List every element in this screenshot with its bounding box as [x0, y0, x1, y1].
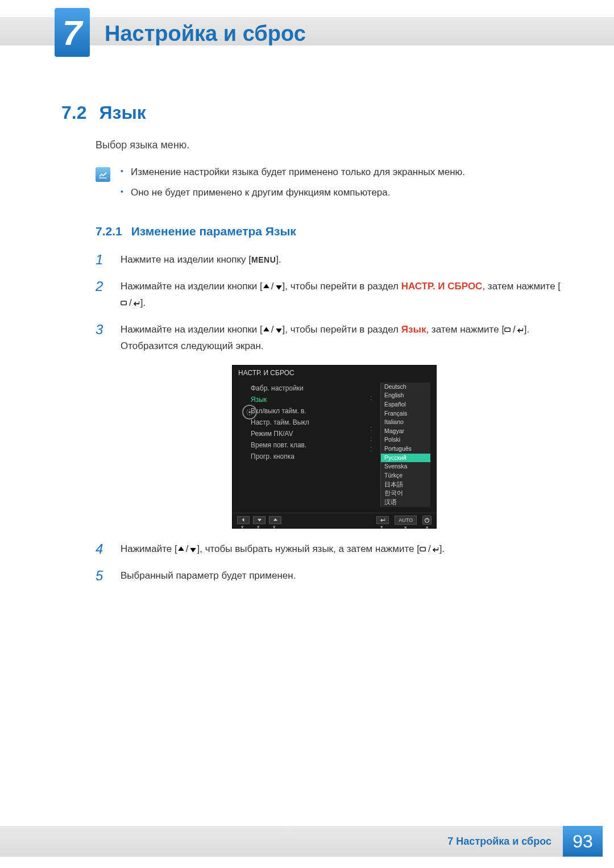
section-heading: 7.2 Язык: [61, 102, 563, 123]
osd-language-item: Magyar: [381, 427, 430, 436]
step-text: Нажимайте [: [121, 543, 177, 554]
note-item: Изменение настройки языка будет применен…: [121, 165, 563, 180]
step-text: ].: [439, 543, 445, 554]
source-enter-icon: /: [504, 322, 524, 338]
step-2: 2 Нажимайте на изделии кнопки [ / ], что…: [96, 279, 563, 312]
section-intro: Выбор языка меню.: [96, 139, 563, 151]
note-icon: [96, 167, 110, 182]
osd-language-item: 汉语: [381, 498, 430, 507]
step-number: 2: [96, 279, 110, 294]
svg-rect-1: [505, 328, 510, 332]
page-content: 7.2 Язык Выбор языка меню. Изменение нас…: [61, 102, 563, 594]
chapter-number: 7: [63, 13, 82, 53]
step-text: Нажимайте на изделии кнопки [: [121, 324, 263, 335]
menu-path: НАСТР. И СБРОС: [401, 281, 483, 292]
step-text: , затем нажмите [: [482, 281, 561, 292]
osd-language-item: 日本語: [381, 480, 430, 489]
note-list: Изменение настройки языка будет применен…: [121, 165, 563, 205]
osd-auto-button: AUTO: [395, 516, 417, 525]
subsection-number: 7.2.1: [96, 225, 122, 238]
osd-language-item: Polski: [381, 435, 430, 445]
osd-title: НАСТР. И СБРОС: [233, 366, 436, 379]
step-text: ], чтобы перейти в раздел: [283, 324, 401, 335]
step-3: 3 Нажимайте на изделии кнопки [ / ], что…: [96, 322, 563, 355]
step-number: 3: [96, 322, 110, 338]
step-4: 4 Нажимайте [ / ], чтобы выбрать нужный …: [96, 541, 563, 558]
osd-language-item: English: [381, 391, 430, 400]
page-footer: 7 Настройка и сброс 93: [0, 826, 614, 857]
note-block: Изменение настройки языка будет применен…: [96, 165, 563, 205]
osd-footer: AUTO: [233, 513, 436, 528]
osd-language-list: DeutschEnglishEspañolFrançaisItalianoMag…: [380, 383, 430, 507]
menu-label: MENU: [251, 255, 276, 264]
section-number: 7.2: [61, 102, 86, 123]
step-1: 1 Нажмите на изделии кнопку [MENU].: [96, 252, 563, 268]
svg-rect-0: [121, 301, 126, 305]
header-stripe: [0, 17, 614, 45]
osd-down-icon: [253, 516, 265, 524]
osd-colon-column: ::::: [370, 383, 375, 507]
osd-power-icon: [422, 516, 432, 525]
step-body: Нажимайте [ / ], чтобы выбрать нужный яз…: [121, 541, 563, 558]
osd-language-item: Русский: [381, 454, 430, 463]
gear-icon: [242, 405, 257, 420]
source-enter-icon: /: [121, 295, 140, 312]
osd-menu-item: Фабр. настройки: [238, 383, 364, 394]
osd-menu-item: Настр. тайм. Выкл: [238, 417, 364, 428]
osd-menu-list: Фабр. настройкиЯзыкВкл/выкл тайм. в.Наст…: [238, 383, 364, 507]
osd-screenshot: НАСТР. И СБРОС Фабр. настройкиЯзыкВкл/вы…: [232, 365, 563, 529]
step-text: ].: [140, 297, 146, 308]
step-number: 1: [96, 252, 110, 268]
osd-language-item: Português: [381, 445, 430, 454]
page-number: 93: [563, 826, 603, 857]
step-text: , затем нажмите [: [426, 324, 504, 335]
up-down-icon: /: [177, 541, 197, 558]
up-down-icon: /: [263, 322, 283, 338]
osd-language-item: Türkçe: [381, 471, 430, 480]
svg-rect-5: [420, 547, 425, 551]
osd-menu-item: Время повт. клав.: [238, 439, 364, 451]
osd-menu-item: Режим ПК/AV: [238, 428, 364, 439]
chapter-number-tab: 7: [55, 8, 90, 57]
footer-stripe: 7 Настройка и сброс: [0, 826, 563, 857]
step-body: Выбранный параметр будет применен.: [121, 568, 563, 584]
step-number: 5: [96, 568, 110, 584]
step-text: ], чтобы перейти в раздел: [283, 281, 401, 292]
subsection-heading: 7.2.1 Изменение параметра Язык: [96, 225, 563, 238]
step-text: ], чтобы выбрать нужный язык, а затем на…: [197, 543, 419, 554]
svg-point-2: [248, 411, 251, 413]
osd-language-item: Deutsch: [381, 383, 430, 392]
osd-menu-item: Прогр. кнопка: [238, 451, 364, 462]
osd-language-item: Italiano: [381, 418, 430, 427]
step-body: Нажимайте на изделии кнопки [ / ], чтобы…: [121, 279, 563, 312]
step-body: Нажмите на изделии кнопку [MENU].: [121, 252, 563, 268]
osd-up-icon: [269, 516, 281, 524]
step-number: 4: [96, 541, 110, 557]
step-list: 1 Нажмите на изделии кнопку [MENU]. 2 На…: [96, 252, 563, 584]
osd-back-icon: [237, 516, 250, 524]
note-item: Оно не будет применено к другим функциям…: [121, 185, 563, 200]
step-text: Нажимайте на изделии кнопки [: [121, 281, 263, 292]
step-text: Нажмите на изделии кнопку [: [121, 254, 251, 265]
osd-language-item: 한국어: [381, 489, 430, 498]
osd-language-item: Français: [381, 409, 430, 418]
chapter-title: Настройка и сброс: [105, 22, 306, 46]
osd-enter-icon: [376, 516, 389, 524]
osd-menu-item: Язык: [238, 394, 364, 405]
osd-language-item: Svenska: [381, 462, 430, 471]
osd-language-item: Español: [381, 400, 430, 409]
subsection-title: Изменение параметра Язык: [131, 225, 296, 238]
source-enter-icon: /: [420, 541, 439, 558]
up-down-icon: /: [263, 279, 283, 295]
step-text: ].: [276, 254, 281, 265]
menu-path: Язык: [401, 324, 426, 335]
footer-chapter-label: 7 Настройка и сброс: [447, 836, 551, 848]
section-title: Язык: [99, 102, 146, 123]
osd-menu-item: Вкл/выкл тайм. в.: [238, 405, 364, 417]
step-body: Нажимайте на изделии кнопки [ / ], чтобы…: [121, 322, 563, 355]
step-5: 5 Выбранный параметр будет применен.: [96, 568, 563, 584]
